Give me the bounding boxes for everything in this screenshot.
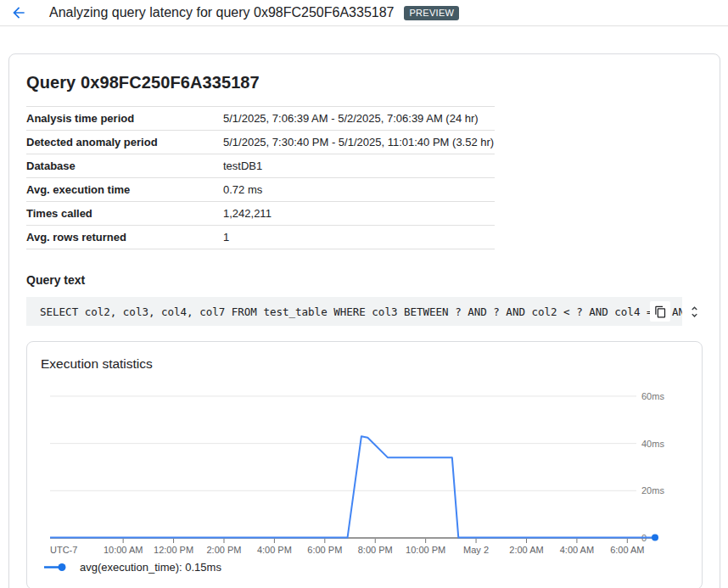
- series-line: [50, 436, 655, 537]
- app-bar: Analyzing query latency for query 0x98FC…: [0, 0, 728, 26]
- query-text-heading: Query text: [26, 273, 703, 287]
- detail-value: 5/1/2025, 7:06:39 AM - 5/2/2025, 7:06:39…: [223, 112, 495, 125]
- detail-label: Analysis time period: [26, 112, 223, 125]
- expand-query-button[interactable]: [686, 301, 703, 322]
- x-tick-label: 4:00 AM: [560, 545, 594, 555]
- copy-icon: [654, 305, 667, 318]
- x-tick-label: 10:00 PM: [406, 545, 445, 555]
- detail-label: Avg. execution time: [26, 183, 223, 196]
- legend-line-marker-icon: [44, 563, 68, 572]
- x-tick-label: May 2: [463, 545, 489, 555]
- x-tick-label: 6:00 PM: [307, 545, 342, 555]
- detail-label: Database: [26, 160, 223, 172]
- table-row: Avg. rows returned 1: [26, 225, 495, 249]
- x-tick-label: 8:00 PM: [358, 545, 393, 555]
- copy-button[interactable]: [650, 301, 670, 322]
- detail-value: 0.72 ms: [223, 183, 495, 196]
- detail-label: Detected anomaly period: [26, 136, 223, 148]
- x-tick-label: 10:00 AM: [104, 545, 143, 555]
- detail-value: 1,242,211: [223, 207, 495, 220]
- execution-time-line-chart: 020ms40ms60ms10:00 AM12:00 PM2:00 PM4:00…: [27, 342, 703, 588]
- x-tick-label: 2:00 AM: [509, 545, 543, 555]
- x-tick-label: 12:00 PM: [154, 545, 193, 555]
- y-tick-label: 20ms: [641, 485, 664, 496]
- query-details-card: Query 0x98FC250F6A335187 Analysis time p…: [8, 53, 720, 588]
- table-row: Avg. execution time 0.72 ms: [26, 177, 495, 201]
- detail-label: Avg. rows returned: [26, 231, 223, 244]
- preview-badge: PREVIEW: [404, 6, 459, 20]
- detail-value: 1: [223, 231, 495, 244]
- table-row: Analysis time period 5/1/2025, 7:06:39 A…: [26, 106, 495, 130]
- back-button[interactable]: [8, 3, 29, 23]
- page-title: Analyzing query latency for query 0x98FC…: [49, 5, 394, 20]
- x-tick-label: 4:00 PM: [257, 545, 292, 555]
- query-text-row: SELECT col2, col3, col4, col7 FROM test_…: [26, 297, 703, 326]
- query-text-box: SELECT col2, col3, col4, col7 FROM test_…: [26, 297, 682, 326]
- x-tick-label: 6:00 AM: [610, 545, 644, 555]
- detail-value: 5/1/2025, 7:30:40 PM - 5/1/2025, 11:01:4…: [223, 136, 495, 148]
- table-row: Database testDB1: [26, 154, 495, 177]
- chart-legend: avg(execution_time): 0.15ms: [44, 561, 221, 574]
- y-tick-label: 60ms: [641, 391, 664, 401]
- x-tick-label: 2:00 PM: [207, 545, 242, 555]
- detail-label: Times called: [26, 207, 223, 220]
- unfold-more-icon: [687, 305, 702, 319]
- arrow-back-icon: [10, 4, 27, 21]
- y-tick-label: 40ms: [641, 439, 664, 449]
- utc-offset-label: UTC-7: [50, 545, 77, 555]
- legend-label: avg(execution_time): 0.15ms: [80, 561, 221, 574]
- query-details-table: Analysis time period 5/1/2025, 7:06:39 A…: [26, 106, 495, 249]
- execution-statistics-card: Execution statistics 020ms40ms60ms10:00 …: [26, 341, 703, 588]
- table-row: Detected anomaly period 5/1/2025, 7:30:4…: [26, 130, 495, 154]
- query-sql-text: SELECT col2, col3, col4, col7 FROM test_…: [26, 305, 682, 318]
- table-row: Times called 1,242,211: [26, 201, 495, 225]
- series-endpoint-dot: [652, 535, 658, 541]
- query-card-title: Query 0x98FC250F6A335187: [26, 73, 703, 92]
- detail-value: testDB1: [223, 160, 495, 172]
